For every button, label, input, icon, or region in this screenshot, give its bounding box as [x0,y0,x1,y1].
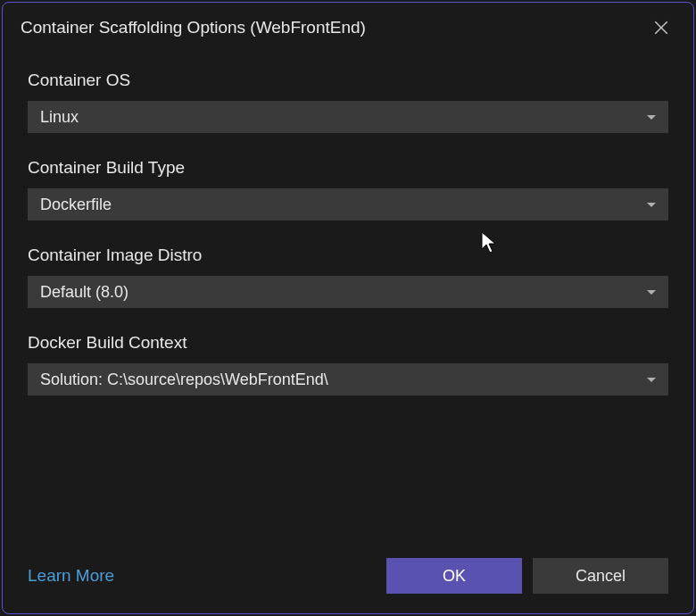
dialog-title: Container Scaffolding Options (WebFrontE… [21,18,366,37]
container-os-label: Container OS [28,71,668,90]
chevron-down-icon [647,290,656,295]
close-button[interactable] [647,13,675,42]
chevron-down-icon [647,115,656,120]
chevron-down-icon [647,378,656,382]
image-distro-label: Container Image Distro [28,246,668,265]
dialog-container: Container Scaffolding Options (WebFrontE… [2,2,694,614]
dialog-content: Container OS Linux Container Build Type … [3,53,693,542]
build-context-label: Docker Build Context [28,333,668,353]
field-image-distro: Container Image Distro Default (8.0) [28,246,668,308]
image-distro-dropdown[interactable]: Default (8.0) [28,276,668,308]
button-group: OK Cancel [386,558,668,594]
image-distro-value: Default (8.0) [40,283,128,302]
titlebar: Container Scaffolding Options (WebFrontE… [3,3,693,53]
ok-button[interactable]: OK [386,558,522,594]
container-os-dropdown[interactable]: Linux [28,101,668,133]
build-type-dropdown[interactable]: Dockerfile [28,188,668,221]
build-context-value: Solution: C:\source\repos\WebFrontEnd\ [40,370,328,389]
chevron-down-icon [647,203,656,207]
field-build-context: Docker Build Context Solution: C:\source… [28,333,668,395]
build-context-dropdown[interactable]: Solution: C:\source\repos\WebFrontEnd\ [28,363,668,395]
build-type-value: Dockerfile [40,196,112,214]
cancel-button[interactable]: Cancel [533,558,668,594]
field-container-os: Container OS Linux [28,71,668,133]
build-type-label: Container Build Type [28,158,668,178]
close-icon [653,20,669,36]
field-build-type: Container Build Type Dockerfile [28,158,668,221]
learn-more-link[interactable]: Learn More [28,566,114,586]
dialog-footer: Learn More OK Cancel [3,542,693,613]
container-os-value: Linux [40,108,79,127]
